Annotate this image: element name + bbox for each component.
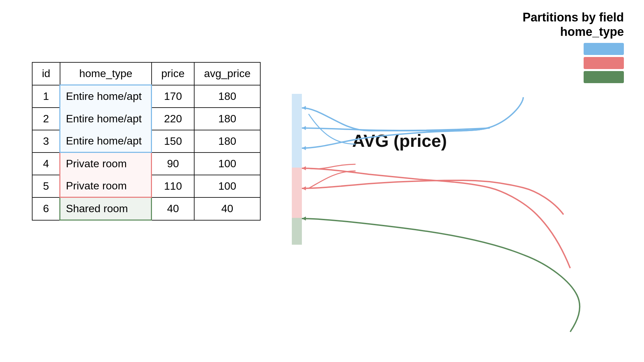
cell-price: 90: [152, 153, 194, 175]
cell-home-type: Entire home/apt: [60, 130, 152, 153]
blue-partition-bar: [292, 94, 302, 168]
blue-arrowhead-1: [302, 106, 306, 110]
cell-avg-price: 180: [194, 130, 260, 153]
cell-price: 170: [152, 85, 194, 108]
cell-id: 6: [32, 197, 60, 220]
table-row: 3 Entire home/apt 150 180: [32, 130, 260, 153]
blue-arrowhead-3: [302, 146, 306, 150]
cell-avg-price: 40: [194, 197, 260, 220]
red-arrow-line-1: [302, 168, 570, 268]
cell-avg-price: 100: [194, 175, 260, 197]
cell-price: 220: [152, 108, 194, 130]
cell-id: 3: [32, 130, 60, 153]
cell-avg-price: 180: [194, 85, 260, 108]
table-row: 2 Entire home/apt 220 180: [32, 108, 260, 130]
legend-title: Partitions by field home_type: [523, 10, 624, 39]
cell-price: 110: [152, 175, 194, 197]
col-header-id: id: [32, 62, 60, 85]
col-header-avg-price: avg_price: [194, 62, 260, 85]
red-arrowhead-1: [302, 166, 306, 170]
red-connect-1: [309, 164, 356, 169]
green-partition-bar: [292, 218, 302, 245]
blue-arrow-line-2: [302, 128, 490, 130]
blue-arrowhead-2: [302, 126, 306, 130]
cell-home-type: Private room: [60, 175, 152, 197]
green-arrowhead: [302, 217, 306, 221]
green-arrow-line: [302, 219, 580, 332]
table-row: 6 Shared room 40 40: [32, 197, 260, 220]
red-partition-bar: [292, 168, 302, 218]
cell-price: 150: [152, 130, 194, 153]
cell-home-type: Private room: [60, 153, 152, 175]
table-row: 4 Private room 90 100: [32, 153, 260, 175]
avg-label: AVG (price): [352, 131, 447, 151]
legend-swatch-blue: [584, 43, 624, 55]
red-arrowhead-2: [302, 186, 306, 190]
blue-arrow-line-1: [302, 97, 523, 131]
blue-connect-1: [309, 114, 356, 144]
cell-home-type: Entire home/apt: [60, 108, 152, 130]
cell-home-type: Shared room: [60, 197, 152, 220]
legend-swatch-red: [584, 57, 624, 69]
col-header-price: price: [152, 62, 194, 85]
red-arrow-line-2: [302, 180, 564, 215]
data-table: id home_type price avg_price 1 Entire ho…: [32, 62, 261, 221]
col-header-home-type: home_type: [60, 62, 152, 85]
table-row: 5 Private room 110 100: [32, 175, 260, 197]
cell-price: 40: [152, 197, 194, 220]
legend: Partitions by field home_type: [523, 10, 624, 83]
table-container: id home_type price avg_price 1 Entire ho…: [32, 62, 261, 221]
cell-home-type: Entire home/apt: [60, 85, 152, 108]
cell-avg-price: 180: [194, 108, 260, 130]
cell-id: 1: [32, 85, 60, 108]
cell-avg-price: 100: [194, 153, 260, 175]
table-row: 1 Entire home/apt 170 180: [32, 85, 260, 108]
cell-id: 2: [32, 108, 60, 130]
legend-items: [584, 43, 624, 83]
cell-id: 5: [32, 175, 60, 197]
red-connect-2: [309, 171, 356, 188]
legend-swatch-green: [584, 71, 624, 83]
cell-id: 4: [32, 153, 60, 175]
